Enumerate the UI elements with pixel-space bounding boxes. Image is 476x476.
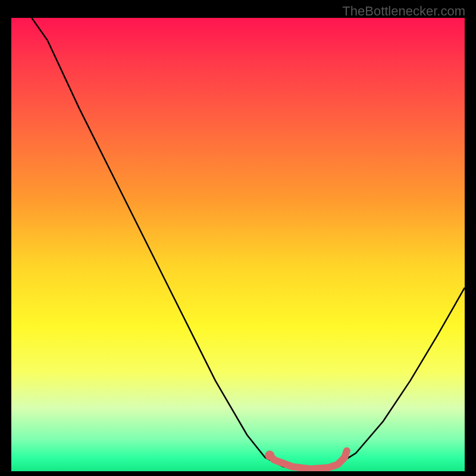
- chart-highlight-dot: [265, 450, 274, 460]
- chart-svg: [11, 18, 465, 471]
- chart-highlight-segment: [270, 451, 347, 469]
- watermark-label: TheBottlenecker.com: [342, 4, 465, 19]
- chart-container: [11, 18, 465, 471]
- chart-curve: [32, 18, 465, 469]
